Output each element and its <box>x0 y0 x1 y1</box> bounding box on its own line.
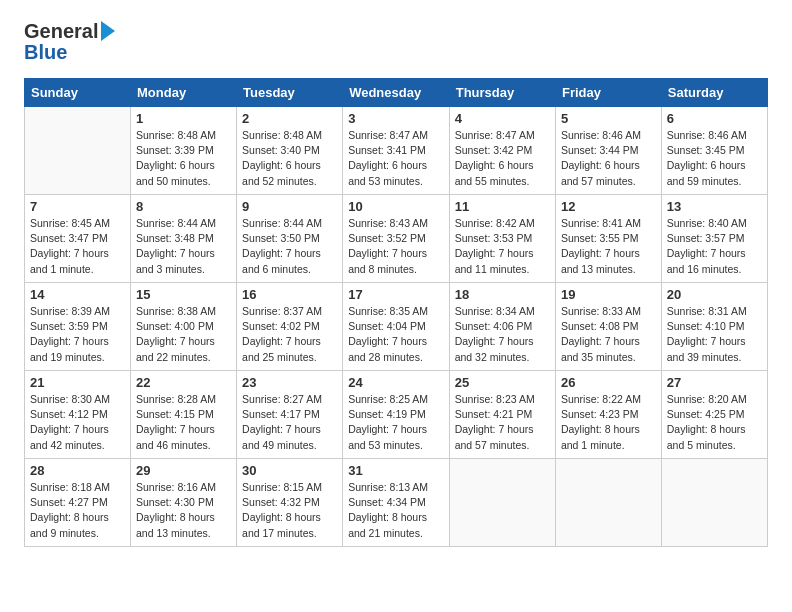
day-info-line: Sunrise: 8:23 AM <box>455 392 550 407</box>
weekday-header-thursday: Thursday <box>449 79 555 107</box>
day-info-line: and 13 minutes. <box>561 262 656 277</box>
day-info-line: and 9 minutes. <box>30 526 125 541</box>
calendar-cell: 11Sunrise: 8:42 AMSunset: 3:53 PMDayligh… <box>449 195 555 283</box>
day-info-line: Daylight: 7 hours <box>667 246 762 261</box>
day-info-line: Sunrise: 8:46 AM <box>667 128 762 143</box>
calendar-cell: 15Sunrise: 8:38 AMSunset: 4:00 PMDayligh… <box>131 283 237 371</box>
calendar-cell <box>25 107 131 195</box>
day-info-line: Daylight: 6 hours <box>667 158 762 173</box>
day-info: Sunrise: 8:31 AMSunset: 4:10 PMDaylight:… <box>667 304 762 365</box>
calendar-cell: 23Sunrise: 8:27 AMSunset: 4:17 PMDayligh… <box>237 371 343 459</box>
day-number: 19 <box>561 287 656 302</box>
week-row-0: 1Sunrise: 8:48 AMSunset: 3:39 PMDaylight… <box>25 107 768 195</box>
weekday-header-friday: Friday <box>555 79 661 107</box>
day-info-line: and 53 minutes. <box>348 438 444 453</box>
day-info-line: Sunset: 4:12 PM <box>30 407 125 422</box>
calendar-cell: 4Sunrise: 8:47 AMSunset: 3:42 PMDaylight… <box>449 107 555 195</box>
day-info-line: Daylight: 7 hours <box>136 246 231 261</box>
weekday-header-tuesday: Tuesday <box>237 79 343 107</box>
day-info-line: and 16 minutes. <box>667 262 762 277</box>
day-info-line: Sunrise: 8:41 AM <box>561 216 656 231</box>
day-number: 26 <box>561 375 656 390</box>
day-info-line: and 39 minutes. <box>667 350 762 365</box>
calendar-cell: 5Sunrise: 8:46 AMSunset: 3:44 PMDaylight… <box>555 107 661 195</box>
day-info-line: and 50 minutes. <box>136 174 231 189</box>
page-header: General Blue <box>24 20 768 64</box>
calendar-cell: 30Sunrise: 8:15 AMSunset: 4:32 PMDayligh… <box>237 459 343 547</box>
day-info-line: Daylight: 8 hours <box>136 510 231 525</box>
day-info-line: and 52 minutes. <box>242 174 337 189</box>
day-info-line: Sunrise: 8:37 AM <box>242 304 337 319</box>
day-number: 11 <box>455 199 550 214</box>
weekday-header-wednesday: Wednesday <box>343 79 450 107</box>
day-number: 7 <box>30 199 125 214</box>
day-info-line: and 6 minutes. <box>242 262 337 277</box>
day-info: Sunrise: 8:47 AMSunset: 3:41 PMDaylight:… <box>348 128 444 189</box>
calendar-cell: 9Sunrise: 8:44 AMSunset: 3:50 PMDaylight… <box>237 195 343 283</box>
calendar-cell: 12Sunrise: 8:41 AMSunset: 3:55 PMDayligh… <box>555 195 661 283</box>
day-info-line: Sunrise: 8:42 AM <box>455 216 550 231</box>
day-info-line: Sunset: 4:06 PM <box>455 319 550 334</box>
day-number: 4 <box>455 111 550 126</box>
calendar-cell: 20Sunrise: 8:31 AMSunset: 4:10 PMDayligh… <box>661 283 767 371</box>
day-info-line: Sunrise: 8:18 AM <box>30 480 125 495</box>
day-info-line: Sunrise: 8:47 AM <box>348 128 444 143</box>
day-info-line: Sunrise: 8:25 AM <box>348 392 444 407</box>
day-info-line: Sunrise: 8:48 AM <box>136 128 231 143</box>
day-info-line: Sunset: 4:30 PM <box>136 495 231 510</box>
day-info-line: Sunset: 3:44 PM <box>561 143 656 158</box>
day-info-line: Sunset: 4:25 PM <box>667 407 762 422</box>
day-info-line: Sunrise: 8:40 AM <box>667 216 762 231</box>
day-number: 15 <box>136 287 231 302</box>
day-info: Sunrise: 8:46 AMSunset: 3:44 PMDaylight:… <box>561 128 656 189</box>
day-info-line: Sunrise: 8:31 AM <box>667 304 762 319</box>
day-info: Sunrise: 8:27 AMSunset: 4:17 PMDaylight:… <box>242 392 337 453</box>
day-info-line: Daylight: 7 hours <box>348 246 444 261</box>
day-info: Sunrise: 8:45 AMSunset: 3:47 PMDaylight:… <box>30 216 125 277</box>
day-info-line: and 13 minutes. <box>136 526 231 541</box>
calendar-cell: 17Sunrise: 8:35 AMSunset: 4:04 PMDayligh… <box>343 283 450 371</box>
day-info: Sunrise: 8:47 AMSunset: 3:42 PMDaylight:… <box>455 128 550 189</box>
day-info-line: Sunrise: 8:27 AM <box>242 392 337 407</box>
calendar-cell: 31Sunrise: 8:13 AMSunset: 4:34 PMDayligh… <box>343 459 450 547</box>
day-info-line: Sunset: 4:27 PM <box>30 495 125 510</box>
day-info-line: Sunrise: 8:46 AM <box>561 128 656 143</box>
week-row-1: 7Sunrise: 8:45 AMSunset: 3:47 PMDaylight… <box>25 195 768 283</box>
day-info-line: Daylight: 6 hours <box>455 158 550 173</box>
day-info-line: Daylight: 7 hours <box>30 334 125 349</box>
day-info-line: Sunset: 3:40 PM <box>242 143 337 158</box>
day-info-line: Sunset: 3:41 PM <box>348 143 444 158</box>
day-info-line: Daylight: 6 hours <box>136 158 231 173</box>
day-info-line: and 11 minutes. <box>455 262 550 277</box>
day-info: Sunrise: 8:25 AMSunset: 4:19 PMDaylight:… <box>348 392 444 453</box>
calendar-cell <box>661 459 767 547</box>
day-info-line: Daylight: 7 hours <box>455 422 550 437</box>
day-number: 3 <box>348 111 444 126</box>
day-number: 1 <box>136 111 231 126</box>
calendar-cell: 3Sunrise: 8:47 AMSunset: 3:41 PMDaylight… <box>343 107 450 195</box>
day-info-line: and 1 minute. <box>561 438 656 453</box>
day-number: 9 <box>242 199 337 214</box>
calendar-cell: 22Sunrise: 8:28 AMSunset: 4:15 PMDayligh… <box>131 371 237 459</box>
day-number: 22 <box>136 375 231 390</box>
day-info: Sunrise: 8:42 AMSunset: 3:53 PMDaylight:… <box>455 216 550 277</box>
day-info: Sunrise: 8:23 AMSunset: 4:21 PMDaylight:… <box>455 392 550 453</box>
day-info: Sunrise: 8:33 AMSunset: 4:08 PMDaylight:… <box>561 304 656 365</box>
weekday-header-sunday: Sunday <box>25 79 131 107</box>
day-info-line: Sunset: 4:17 PM <box>242 407 337 422</box>
calendar-cell: 18Sunrise: 8:34 AMSunset: 4:06 PMDayligh… <box>449 283 555 371</box>
day-info-line: Daylight: 8 hours <box>667 422 762 437</box>
day-info-line: and 57 minutes. <box>561 174 656 189</box>
day-info: Sunrise: 8:39 AMSunset: 3:59 PMDaylight:… <box>30 304 125 365</box>
day-number: 10 <box>348 199 444 214</box>
week-row-4: 28Sunrise: 8:18 AMSunset: 4:27 PMDayligh… <box>25 459 768 547</box>
day-number: 30 <box>242 463 337 478</box>
day-info-line: Daylight: 8 hours <box>30 510 125 525</box>
day-info-line: Sunrise: 8:15 AM <box>242 480 337 495</box>
day-info-line: Sunset: 4:00 PM <box>136 319 231 334</box>
day-info-line: Sunrise: 8:13 AM <box>348 480 444 495</box>
day-info-line: Sunrise: 8:34 AM <box>455 304 550 319</box>
week-row-3: 21Sunrise: 8:30 AMSunset: 4:12 PMDayligh… <box>25 371 768 459</box>
calendar-cell: 13Sunrise: 8:40 AMSunset: 3:57 PMDayligh… <box>661 195 767 283</box>
calendar-table: SundayMondayTuesdayWednesdayThursdayFrid… <box>24 78 768 547</box>
